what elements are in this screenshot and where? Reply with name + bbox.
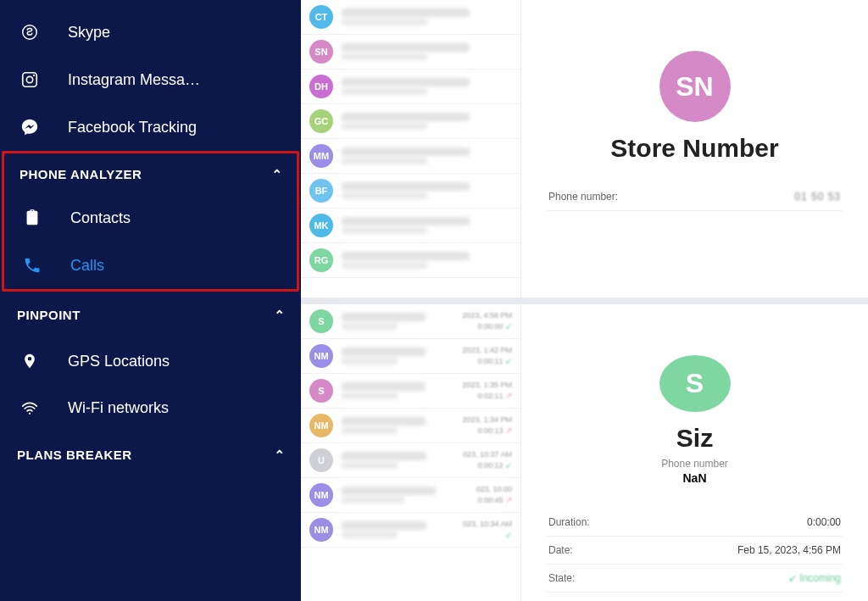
blurred-text xyxy=(342,452,454,469)
list-item[interactable]: NM2023, 1:34 PM0:00:13 ↗ xyxy=(301,409,520,443)
sidebar-item-skype[interactable]: Skype xyxy=(0,8,301,56)
avatar: S xyxy=(309,309,333,333)
blurred-text xyxy=(342,521,454,538)
blurred-text xyxy=(342,348,453,364)
detail-field: Duration:0:00:00 xyxy=(547,509,843,537)
main-content: CTSNDHGCMMBFMKRG SN Store Number Phone n… xyxy=(301,0,868,601)
svg-point-4 xyxy=(29,412,31,414)
list-item[interactable]: U023, 10:37 AM0:00:12 ↙ xyxy=(301,443,520,478)
contacts-list[interactable]: CTSNDHGCMMBFMKRG xyxy=(301,0,521,298)
blurred-text xyxy=(342,217,512,234)
blurred-text xyxy=(342,417,453,434)
outgoing-arrow-icon: ↗ xyxy=(505,391,512,400)
section-title: PHONE ANALYZER xyxy=(19,167,142,181)
list-item[interactable]: SN xyxy=(301,35,520,70)
blurred-text xyxy=(342,43,512,60)
detail-field: Phone number:01 50 53 xyxy=(547,183,843,211)
sidebar-item-label: Contacts xyxy=(70,209,131,227)
phone-analyzer-section-highlight: PHONE ANALYZER ⌄ Contacts Calls xyxy=(2,151,299,292)
outgoing-arrow-icon: ↗ xyxy=(505,495,512,504)
field-value: 0:00:00 xyxy=(807,516,841,528)
blurred-text xyxy=(342,78,512,95)
detail-field: Date:Feb 15, 2023, 4:56 PM xyxy=(547,537,843,565)
phone-number-label: Phone number xyxy=(547,458,843,470)
svg-point-3 xyxy=(33,75,35,76)
call-meta: 023, 10:000:00:45 ↗ xyxy=(476,485,512,504)
phone-number-value: NaN xyxy=(547,471,843,485)
sidebar-item-contacts[interactable]: Contacts xyxy=(4,194,297,242)
list-item[interactable]: MK xyxy=(301,209,520,243)
list-item[interactable]: CT xyxy=(301,0,520,35)
contacts-pane: CTSNDHGCMMBFMKRG SN Store Number Phone n… xyxy=(301,0,868,298)
list-item[interactable]: S2023, 1:35 PM0:02:11 ↗ xyxy=(301,374,520,409)
call-meta: 023, 10:37 AM0:00:12 ↙ xyxy=(463,450,512,470)
contact-fields: Phone number:01 50 53 xyxy=(547,183,843,211)
avatar: SN xyxy=(659,51,731,122)
blurred-text xyxy=(342,147,512,164)
avatar: MM xyxy=(309,144,333,168)
wifi-icon xyxy=(17,400,42,417)
section-title: PINPOINT xyxy=(17,308,81,322)
avatar: GC xyxy=(309,109,333,133)
detail-field: State:↙ Incoming xyxy=(547,565,843,593)
section-header-pinpoint[interactable]: PINPOINT ⌄ xyxy=(0,292,301,337)
call-meta: 023, 10:34 AM ↙ xyxy=(463,520,512,539)
call-contact-name: Siz xyxy=(547,424,843,453)
sidebar-item-gps-locations[interactable]: GPS Locations xyxy=(0,337,301,385)
sidebar-item-label: Wi-Fi networks xyxy=(68,399,169,417)
list-item[interactable]: RG xyxy=(301,243,520,278)
avatar: NM xyxy=(309,414,333,437)
avatar: RG xyxy=(309,248,333,272)
list-item[interactable]: NM2023, 1:42 PM0:00:11 ↙ xyxy=(301,339,520,374)
sidebar-item-instagram[interactable]: Instagram Messa… xyxy=(0,56,301,103)
blurred-text xyxy=(342,252,512,269)
calls-list[interactable]: S2023, 4:56 PM0:00:00 ↙NM2023, 1:42 PM0:… xyxy=(301,304,521,602)
avatar: MK xyxy=(309,214,333,237)
incoming-arrow-icon: ↙ xyxy=(505,321,512,331)
messenger-icon xyxy=(17,118,42,136)
list-item[interactable]: DH xyxy=(301,70,520,104)
call-meta: 2023, 1:34 PM0:00:13 ↗ xyxy=(462,415,512,435)
sidebar-item-label: Calls xyxy=(70,257,104,275)
svg-point-2 xyxy=(26,76,32,82)
list-item[interactable]: NM023, 10:34 AM ↙ xyxy=(301,513,520,548)
contact-detail-card: SN Store Number Phone number:01 50 53 xyxy=(521,0,868,298)
incoming-arrow-icon: ↙ xyxy=(505,460,512,470)
chevron-up-icon: ⌄ xyxy=(270,166,282,181)
section-header-phone-analyzer[interactable]: PHONE ANALYZER ⌄ xyxy=(4,153,297,194)
avatar: NM xyxy=(309,518,333,542)
blurred-text xyxy=(342,182,512,199)
chevron-up-icon: ⌄ xyxy=(273,447,285,462)
blurred-text xyxy=(342,8,512,25)
list-item[interactable]: BF xyxy=(301,174,520,209)
avatar: U xyxy=(309,448,333,472)
sidebar-item-facebook-tracking[interactable]: Facebook Tracking xyxy=(0,103,301,151)
sidebar-item-wifi-networks[interactable]: Wi-Fi networks xyxy=(0,385,301,431)
incoming-arrow-icon: ↙ xyxy=(505,530,512,539)
blurred-text xyxy=(342,487,467,504)
svg-point-0 xyxy=(23,25,37,40)
list-item[interactable]: GC xyxy=(301,104,520,139)
list-item[interactable]: NM023, 10:000:00:45 ↗ xyxy=(301,478,520,513)
avatar: NM xyxy=(309,344,333,368)
blurred-text xyxy=(342,313,453,330)
call-meta: 2023, 1:42 PM0:00:11 ↙ xyxy=(462,346,512,365)
sidebar-item-label: Skype xyxy=(68,24,110,42)
instagram-icon xyxy=(17,70,42,89)
field-value: Feb 15, 2023, 4:56 PM xyxy=(737,544,841,556)
avatar: BF xyxy=(309,179,333,203)
avatar: S xyxy=(309,379,333,403)
call-meta: 2023, 4:56 PM0:00:00 ↙ xyxy=(462,311,512,331)
section-header-plans-breaker[interactable]: PLANS BREAKER ⌄ xyxy=(0,431,301,477)
section-title: PLANS BREAKER xyxy=(17,448,132,462)
list-item[interactable]: MM xyxy=(301,139,520,174)
field-key: Date: xyxy=(548,544,573,556)
list-item[interactable]: S2023, 4:56 PM0:00:00 ↙ xyxy=(301,304,520,339)
sidebar: Skype Instagram Messa… Facebook Tracking… xyxy=(0,0,301,601)
calls-pane: S2023, 4:56 PM0:00:00 ↙NM2023, 1:42 PM0:… xyxy=(301,298,868,602)
sidebar-item-calls[interactable]: Calls xyxy=(4,242,297,289)
outgoing-arrow-icon: ↗ xyxy=(505,426,512,435)
contact-name: Store Number xyxy=(547,134,843,163)
call-detail-card: S Siz Phone number NaN Duration:0:00:00D… xyxy=(521,304,868,602)
sidebar-item-label: Instagram Messa… xyxy=(68,71,200,89)
